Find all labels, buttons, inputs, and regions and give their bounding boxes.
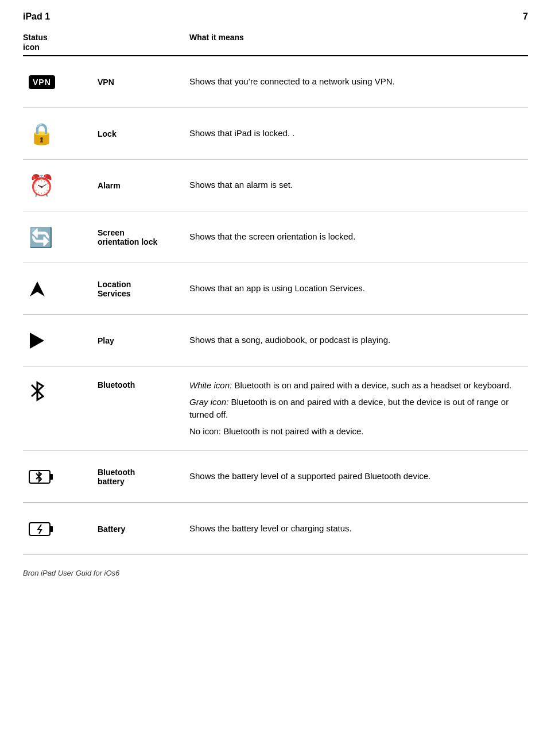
bluetooth-desc: White icon: Bluetooth is on and paired w…: [189, 379, 528, 438]
bluetooth-battery-icon: [29, 468, 54, 485]
row-play: Play Shows that a song, audiobook, or po…: [23, 315, 528, 367]
bluetooth-icon: [29, 379, 46, 403]
lock-icon-cell: 🔒: [23, 122, 98, 146]
alarm-icon: ⏰: [29, 173, 55, 198]
row-bt-battery: Bluetoothbattery Shows the battery level…: [23, 451, 528, 503]
play-name: Play: [98, 336, 189, 345]
page-header: iPad 1 7: [23, 11, 528, 22]
lock-icon: 🔒: [29, 122, 55, 146]
play-desc: Shows that a song, audiobook, or podcast…: [189, 334, 528, 347]
battery-icon-cell: [23, 522, 98, 537]
page-footer: Bron iPad User Guid for iOs6: [23, 569, 528, 577]
svg-marker-1: [30, 333, 44, 349]
row-battery: Battery Shows the battery level or charg…: [23, 503, 528, 555]
bluetooth-icon-cell: [23, 379, 98, 403]
page-title: iPad 1: [23, 11, 50, 22]
location-arrow-icon: [29, 280, 46, 298]
orientation-desc: Shows that the screen orientation is loc…: [189, 230, 528, 244]
row-alarm: ⏰ Alarm Shows that an alarm is set.: [23, 160, 528, 211]
col-what-label: What it means: [189, 33, 244, 42]
vpn-icon: VPN: [29, 75, 55, 89]
col-icon-header: Statusicon: [23, 32, 98, 52]
svg-marker-0: [30, 281, 45, 296]
play-icon: [29, 332, 45, 349]
location-name: LocationServices: [98, 280, 189, 298]
play-icon-cell: [23, 332, 98, 349]
alarm-name: Alarm: [98, 181, 189, 190]
row-orientation: 🔄 Screenorientation lock Shows that the …: [23, 211, 528, 263]
row-lock: 🔒 Lock Shows that iPad is locked. .: [23, 108, 528, 160]
vpn-desc: Shows that you’re connected to a network…: [189, 75, 528, 88]
table-header: Statusicon What it means: [23, 32, 528, 56]
bluetooth-name: Bluetooth: [98, 379, 189, 389]
page-number: 7: [523, 11, 528, 22]
svg-rect-5: [50, 526, 53, 532]
orientation-icon-cell: 🔄: [23, 226, 98, 249]
row-vpn: VPN VPN Shows that you’re connected to a…: [23, 56, 528, 108]
row-location: LocationServices Shows that an app is us…: [23, 263, 528, 315]
battery-desc: Shows the battery level or charging stat…: [189, 522, 528, 535]
lock-name: Lock: [98, 129, 189, 138]
bt-battery-desc: Shows the battery level of a supported p…: [189, 470, 528, 483]
col-icon-label: Statusicon: [23, 33, 48, 52]
orientation-icon: 🔄: [29, 226, 53, 249]
bt-battery-icon-cell: [23, 468, 98, 485]
lock-desc: Shows that iPad is locked. .: [189, 127, 528, 140]
vpn-name: VPN: [98, 78, 189, 87]
col-name-spacer: [98, 32, 189, 52]
vpn-icon-cell: VPN: [23, 75, 98, 89]
bt-battery-name: Bluetoothbattery: [98, 468, 189, 486]
col-desc-header: What it means: [189, 32, 528, 52]
alarm-desc: Shows that an alarm is set.: [189, 179, 528, 192]
orientation-name: Screenorientation lock: [98, 228, 189, 246]
battery-icon: [29, 522, 54, 537]
footer-text: Bron iPad User Guid for iOs6: [23, 569, 119, 577]
location-icon-cell: [23, 280, 98, 298]
location-desc: Shows that an app is using Location Serv…: [189, 282, 528, 295]
svg-rect-3: [50, 474, 53, 480]
alarm-icon-cell: ⏰: [23, 173, 98, 198]
row-bluetooth: Bluetooth White icon: Bluetooth is on an…: [23, 367, 528, 451]
battery-name: Battery: [98, 524, 189, 534]
